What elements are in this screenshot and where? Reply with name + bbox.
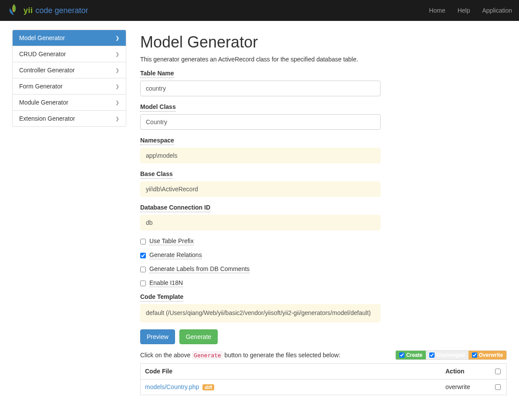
base-class-label: Base Class (140, 170, 173, 179)
page-title: Model Generator (140, 33, 507, 51)
sidebar-item-label: Model Generator (19, 34, 65, 41)
use-table-prefix-label: Use Table Prefix (149, 237, 194, 245)
base-class-input[interactable] (140, 181, 381, 197)
sidebar-item-model-generator[interactable]: Model Generator ❯ (13, 30, 126, 46)
db-conn-label: Database Connection ID (140, 204, 210, 212)
files-table-header-row: Code File Action (141, 363, 507, 379)
diff-badge[interactable]: diff (202, 384, 214, 390)
generate-button[interactable]: Generate (179, 329, 218, 344)
legend-create: Create (396, 351, 426, 359)
main-content: Model Generator This generator generates… (140, 30, 507, 395)
use-table-prefix-checkbox[interactable] (140, 239, 146, 244)
model-class-label: Model Class (140, 103, 176, 112)
legend-unchanged-checkbox[interactable] (429, 352, 435, 358)
select-all-checkbox[interactable] (495, 369, 501, 374)
generate-hint: Click on the above Generate button to ge… (140, 352, 340, 359)
file-select-checkbox[interactable] (495, 384, 501, 390)
sidebar-item-form-generator[interactable]: Form Generator ❯ (13, 78, 126, 94)
file-link[interactable]: models/Country.php (145, 383, 199, 390)
namespace-input[interactable] (140, 148, 381, 163)
db-conn-input[interactable] (140, 215, 381, 230)
sidebar-item-crud-generator[interactable]: CRUD Generator ❯ (13, 46, 126, 62)
nav-link-application[interactable]: Application (482, 7, 512, 14)
nav-link-home[interactable]: Home (429, 7, 445, 14)
sidebar-item-extension-generator[interactable]: Extension Generator ❯ (13, 110, 126, 126)
chevron-right-icon: ❯ (115, 35, 119, 41)
legend-overwrite-checkbox[interactable] (472, 352, 477, 358)
chevron-right-icon: ❯ (115, 116, 119, 122)
page-description: This generator generates an ActiveRecord… (140, 56, 507, 63)
generate-code-text: Generate (192, 351, 223, 359)
enable-i18n-checkbox[interactable] (140, 281, 146, 286)
status-legend: Create Unchanged Overwrite (395, 350, 507, 360)
sidebar-item-label: Form Generator (19, 83, 63, 90)
chevron-right-icon: ❯ (115, 51, 119, 57)
model-class-input[interactable] (140, 114, 381, 130)
brand-word: yii (24, 6, 33, 15)
generator-list: Model Generator ❯ CRUD Generator ❯ Contr… (12, 30, 126, 127)
brand[interactable]: yii code generator (7, 3, 88, 18)
generate-relations-checkbox[interactable] (140, 253, 146, 258)
namespace-label: Namespace (140, 137, 174, 145)
sidebar: Model Generator ❯ CRUD Generator ❯ Contr… (12, 30, 126, 395)
sidebar-item-label: Module Generator (19, 99, 68, 106)
col-select-all (489, 363, 507, 379)
preview-button[interactable]: Preview (140, 329, 175, 344)
table-row: models/Country.php diff overwrite (141, 379, 507, 395)
brand-subtitle: code generator (36, 6, 88, 15)
file-action: overwrite (441, 379, 489, 395)
table-name-label: Table Name (140, 70, 174, 78)
sidebar-item-label: Extension Generator (19, 115, 75, 122)
enable-i18n-label: Enable I18N (149, 279, 183, 287)
code-template-select[interactable]: default (/Users/qiang/Web/yii/basic2/ven… (140, 304, 381, 322)
yii-logo-icon (7, 3, 21, 18)
sidebar-item-label: CRUD Generator (19, 51, 66, 58)
col-action: Action (441, 363, 489, 379)
sidebar-item-label: Controller Generator (19, 67, 75, 74)
chevron-right-icon: ❯ (115, 68, 119, 73)
files-table: Code File Action models/Country.php diff… (140, 363, 507, 395)
action-buttons: Preview Generate (140, 329, 507, 344)
table-name-input[interactable] (140, 81, 381, 96)
legend-create-checkbox[interactable] (399, 352, 404, 358)
chevron-right-icon: ❯ (115, 84, 119, 89)
labels-from-comments-label: Generate Labels from DB Comments (149, 265, 249, 273)
generate-relations-label: Generate Relations (149, 251, 202, 259)
legend-overwrite: Overwrite (468, 351, 506, 359)
nav-link-help[interactable]: Help (458, 7, 470, 14)
navbar: yii code generator Home Help Application (0, 0, 519, 21)
labels-from-comments-checkbox[interactable] (140, 267, 146, 272)
col-code-file: Code File (141, 363, 441, 379)
chevron-right-icon: ❯ (115, 100, 119, 105)
code-template-label: Code Template (140, 293, 183, 301)
legend-unchanged: Unchanged (426, 351, 468, 359)
sidebar-item-controller-generator[interactable]: Controller Generator ❯ (13, 62, 126, 78)
sidebar-item-module-generator[interactable]: Module Generator ❯ (13, 94, 126, 110)
